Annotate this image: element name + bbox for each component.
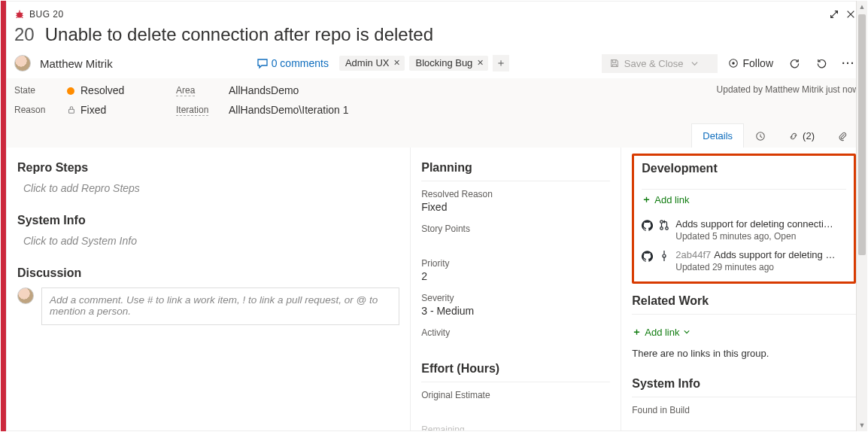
repro-steps-title: Repro Steps <box>17 161 399 175</box>
assignee-name[interactable]: Matthew Mitrik <box>40 57 113 70</box>
updated-text: Updated by Matthew Mitrik just now <box>717 84 859 95</box>
link-icon <box>788 131 799 141</box>
found-in-build-label: Found in Build <box>632 405 856 415</box>
left-column: Repro Steps Click to add Repro Steps Sys… <box>7 148 411 430</box>
chevron-down-icon <box>684 329 690 335</box>
reason-value[interactable]: Fixed <box>67 104 176 116</box>
related-add-link-button[interactable]: ＋Add link <box>632 325 690 339</box>
tag-remove-icon[interactable]: ✕ <box>393 58 400 68</box>
remaining-label: Remaining <box>421 424 610 430</box>
scroll-thumb[interactable] <box>858 14 866 255</box>
revert-button[interactable] <box>811 53 832 74</box>
chevron-down-icon <box>691 60 698 67</box>
svg-line-3 <box>22 13 23 14</box>
system-info-placeholder[interactable]: Click to add System Info <box>23 235 399 247</box>
svg-point-0 <box>17 12 22 17</box>
attachment-icon <box>837 131 848 141</box>
activity-value[interactable] <box>421 339 610 351</box>
assignee-avatar[interactable] <box>14 55 31 71</box>
work-item-id: 20 <box>14 24 35 45</box>
work-item-title[interactable]: Unable to delete connection after repo i… <box>45 24 433 45</box>
middle-column: Planning Resolved Reason Fixed Story Poi… <box>411 148 621 430</box>
severity-label: Severity <box>421 293 610 303</box>
system-info-title: System Info <box>17 214 399 227</box>
story-points-value[interactable] <box>421 236 610 248</box>
tag-blocking-bug[interactable]: Blocking Bug✕ <box>409 56 488 71</box>
tab-links[interactable]: (2) <box>777 123 826 148</box>
follow-button[interactable]: Follow <box>728 57 773 69</box>
tab-details[interactable]: Details <box>691 123 744 148</box>
story-points-label: Story Points <box>421 224 610 234</box>
related-work-title: Related Work <box>632 294 856 315</box>
tag-admin-ux[interactable]: Admin UX✕ <box>339 56 405 71</box>
vertical-scrollbar[interactable]: ▲ ▼ <box>856 1 867 431</box>
dev-add-link-button[interactable]: ＋Add link <box>642 193 689 206</box>
bug-icon <box>14 9 25 20</box>
pull-request-icon <box>659 220 669 230</box>
tag-remove-icon[interactable]: ✕ <box>477 58 484 68</box>
activity-label: Activity <box>421 327 610 338</box>
toolbar: Matthew Mitrik 0 comments Admin UX✕ Bloc… <box>7 50 866 78</box>
tags: Admin UX✕ Blocking Bug✕ ＋ <box>339 55 509 71</box>
repro-steps-placeholder[interactable]: Click to add Repro Steps <box>23 182 399 194</box>
original-estimate-label: Original Estimate <box>421 390 610 400</box>
original-estimate-value[interactable] <box>421 402 610 414</box>
effort-title: Effort (Hours) <box>421 362 610 382</box>
state-dot-icon <box>67 87 74 95</box>
main-tabs: Details (2) <box>7 116 866 148</box>
area-label: Area <box>176 85 195 96</box>
lock-icon <box>67 105 76 114</box>
svg-point-9 <box>732 62 735 65</box>
development-section: Development ＋Add link Adds support for d… <box>632 154 856 284</box>
svg-point-12 <box>660 221 663 224</box>
scroll-down-arrow[interactable]: ▼ <box>857 419 867 431</box>
refresh-button[interactable] <box>784 53 805 74</box>
title-row: 20 Unable to delete connection after rep… <box>7 24 866 50</box>
header-row: BUG 20 <box>7 2 866 24</box>
maximize-button[interactable] <box>826 6 842 23</box>
github-icon <box>642 251 653 262</box>
sysinfo-right-title: System Info <box>632 377 856 397</box>
github-icon <box>642 220 653 231</box>
work-item-panel: BUG 20 20 Unable to delete connection af… <box>6 1 867 431</box>
dev-item-commit[interactable]: 2ab44f7Adds support for deleting … Updat… <box>642 249 846 272</box>
save-close-button[interactable]: Save & Close <box>602 54 718 73</box>
scroll-up-arrow[interactable]: ▲ <box>857 1 867 13</box>
discussion-input[interactable]: Add a comment. Use # to link a work item… <box>41 287 399 325</box>
svg-point-14 <box>666 227 669 230</box>
comments-indicator[interactable]: 0 comments <box>256 57 329 69</box>
no-links-text: There are no links in this group. <box>632 348 856 359</box>
tab-attachments[interactable] <box>826 123 859 148</box>
found-in-build-value[interactable] <box>632 417 856 429</box>
svg-line-2 <box>17 13 18 14</box>
content-area: Repro Steps Click to add Repro Steps Sys… <box>7 148 866 430</box>
reason-label: Reason <box>14 105 67 115</box>
svg-rect-10 <box>69 109 74 113</box>
priority-value[interactable]: 2 <box>421 270 610 282</box>
severity-value[interactable]: 3 - Medium <box>421 305 610 317</box>
svg-line-7 <box>22 17 23 18</box>
area-value[interactable]: AllHandsDemo <box>229 84 447 96</box>
save-icon <box>609 58 620 68</box>
meta-row: State Resolved Reason Fixed Area AllHand… <box>7 78 866 116</box>
dev-item-sub: Updated 29 minutes ago <box>675 262 846 272</box>
current-user-avatar <box>17 287 34 304</box>
tab-history[interactable] <box>744 123 777 148</box>
resolved-reason-value[interactable]: Fixed <box>421 201 610 213</box>
development-title: Development <box>642 162 846 181</box>
state-label: State <box>14 85 67 96</box>
svg-point-13 <box>660 227 663 230</box>
resolved-reason-label: Resolved Reason <box>421 189 610 199</box>
commit-icon <box>659 251 669 261</box>
svg-point-15 <box>663 254 666 257</box>
add-tag-button[interactable]: ＋ <box>493 55 509 71</box>
planning-title: Planning <box>421 161 610 181</box>
dev-item-sub: Updated 5 minutes ago, Open <box>675 231 846 242</box>
discussion-title: Discussion <box>17 266 399 280</box>
state-value[interactable]: Resolved <box>67 84 176 96</box>
right-column: Development ＋Add link Adds support for d… <box>621 148 866 430</box>
iteration-value[interactable]: AllHandsDemo\Iteration 1 <box>229 104 447 116</box>
dev-item-pr[interactable]: Adds support for deleting connecti… Upda… <box>642 218 846 242</box>
comments-count-label: 0 comments <box>272 57 329 69</box>
work-item-color-bar <box>1 1 6 431</box>
